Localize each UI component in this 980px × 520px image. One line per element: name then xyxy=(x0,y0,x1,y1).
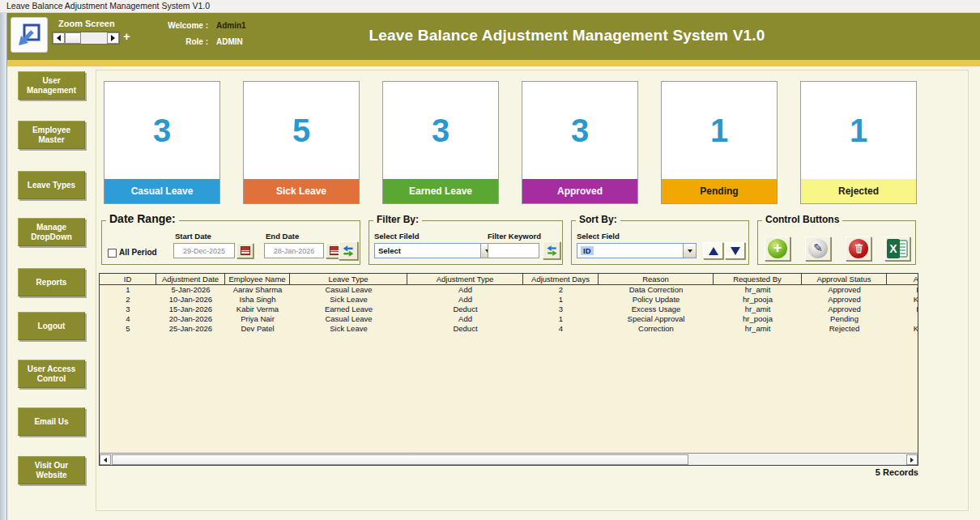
table-cell: 4 xyxy=(523,324,599,334)
table-row[interactable]: 210-Jan-2026Isha SinghSick LeaveAdd1Poli… xyxy=(100,295,918,305)
window-title: Leave Balance Adjustment Management Syst… xyxy=(6,1,210,11)
zoom-scroll-track[interactable] xyxy=(81,32,107,44)
stat-card-approved: 3Approved xyxy=(522,81,638,204)
table-cell: K xyxy=(887,324,918,334)
table-cell: Sick Leave xyxy=(290,295,407,305)
table-cell: Kabir Verma xyxy=(225,305,290,314)
header-accent-stripe xyxy=(0,60,980,66)
sort-field-value: ID xyxy=(581,246,594,255)
end-date-input[interactable] xyxy=(264,243,324,258)
right-arrow-icon xyxy=(910,458,914,462)
table-cell: Isha Singh xyxy=(225,295,290,305)
table-cell: 3 xyxy=(100,305,156,314)
zoom-scroll-right-button[interactable] xyxy=(107,32,119,44)
sidebar-item-label: Leave Types xyxy=(28,181,75,190)
sidebar-item-user-management[interactable]: User Management xyxy=(18,71,85,100)
scroll-left-button[interactable] xyxy=(100,454,111,465)
sort-field-label: Select Field xyxy=(577,232,620,241)
control-buttons-group: Control Buttons + ✎ xyxy=(757,220,916,265)
stat-card-label: Approved xyxy=(522,179,637,203)
table-cell: Approved xyxy=(802,285,887,295)
column-header-adjustment-date: Adjustment Date xyxy=(156,274,225,284)
add-record-button[interactable]: + xyxy=(765,237,790,261)
table-cell: I xyxy=(887,305,918,314)
date-range-legend: Date Range: xyxy=(106,212,179,225)
end-date-label: End Date xyxy=(266,232,299,241)
table-row[interactable]: 525-Jan-2026Dev PatelSick LeaveDeduct4Co… xyxy=(100,324,918,334)
role-value: ADMIN xyxy=(216,37,243,46)
all-period-checkbox[interactable] xyxy=(108,249,117,258)
table-cell: 5-Jan-2026 xyxy=(156,285,225,295)
table-cell: Add xyxy=(407,295,523,305)
table-cell: 2 xyxy=(523,285,599,295)
sidebar-item-label: Manage DropDown xyxy=(19,223,84,242)
table-row[interactable]: 420-Jan-2026Priya NairCasual LeaveAdd1Sp… xyxy=(100,314,918,324)
add-icon: + xyxy=(768,239,787,258)
table-header-row: IDAdjustment DateEmployee NameLeave Type… xyxy=(100,274,918,285)
table-cell: Dev Patel xyxy=(225,324,290,334)
table-cell: Add xyxy=(407,314,523,324)
table-cell: K xyxy=(887,295,918,305)
sidebar-item-logout[interactable]: Logout xyxy=(18,312,85,340)
right-arrow-icon xyxy=(111,35,115,41)
table-cell: Aarav Sharma xyxy=(225,285,290,295)
sort-descending-button[interactable] xyxy=(725,242,745,259)
sidebar-item-label: Visit Our Website xyxy=(19,461,84,480)
start-date-input[interactable] xyxy=(173,243,235,258)
table-cell: 4 xyxy=(100,314,156,324)
window-titlebar: Leave Balance Adjustment Management Syst… xyxy=(0,0,980,13)
dropdown-button[interactable] xyxy=(683,244,696,258)
zoom-scroll-thumb[interactable] xyxy=(65,32,81,44)
table-cell: Excess Usage xyxy=(599,305,714,314)
table-cell: hr_amit xyxy=(714,324,802,334)
stat-card-value: 1 xyxy=(662,82,777,179)
column-header-adjustment-days: Adjustment Days xyxy=(523,274,599,284)
chevron-down-icon xyxy=(688,249,692,253)
refresh-icon xyxy=(342,245,355,258)
edit-record-button[interactable]: ✎ xyxy=(805,237,831,261)
window-edge xyxy=(0,13,7,520)
sidebar-item-email-us[interactable]: Email Us xyxy=(18,407,85,436)
zoom-in-button[interactable]: + xyxy=(123,29,130,43)
sidebar-item-leave-types[interactable]: Leave Types xyxy=(18,171,85,199)
table-cell: hr_amit xyxy=(714,305,802,314)
stat-card-rejected: 1Rejected xyxy=(800,81,917,204)
sidebar-item-user-access-control[interactable]: User Access Control xyxy=(18,360,85,388)
sort-ascending-button[interactable] xyxy=(703,242,723,259)
table-horizontal-scrollbar[interactable] xyxy=(100,453,918,465)
start-date-label: Start Date xyxy=(175,232,211,241)
table-cell: 10-Jan-2026 xyxy=(156,295,225,305)
sidebar-item-visit-our-website[interactable]: Visit Our Website xyxy=(18,456,85,484)
start-date-calendar-button[interactable] xyxy=(236,243,254,258)
scroll-thumb[interactable] xyxy=(112,454,688,465)
sort-field-dropdown[interactable]: ID xyxy=(577,243,697,258)
table-cell: 25-Jan-2026 xyxy=(156,324,225,334)
stat-card-pending: 1Pending xyxy=(661,81,778,204)
table-cell: Sick Leave xyxy=(290,324,407,334)
delete-record-button[interactable] xyxy=(846,237,871,261)
table-row[interactable]: 315-Jan-2026Kabir VermaEarned LeaveDeduc… xyxy=(100,305,918,314)
stat-card-sick-leave: 5Sick Leave xyxy=(243,81,360,204)
filter-refresh-button[interactable] xyxy=(543,241,560,259)
table-cell: Policy Update xyxy=(599,295,714,305)
filter-keyword-input[interactable] xyxy=(488,243,539,258)
zoom-out-button[interactable]: - xyxy=(40,29,45,43)
column-header-a: A xyxy=(887,274,918,284)
stat-card-label: Sick Leave xyxy=(244,179,359,203)
table-row[interactable]: 15-Jan-2026Aarav SharmaCasual LeaveAdd2D… xyxy=(100,285,918,295)
table-cell: Approved xyxy=(802,305,887,314)
zoom-scroll-left-button[interactable] xyxy=(53,32,65,44)
table-cell: 1 xyxy=(100,285,156,295)
export-excel-button[interactable]: X xyxy=(884,237,910,261)
table-cell: hr_pooja xyxy=(714,314,802,324)
stat-card-label: Casual Leave xyxy=(104,179,219,203)
welcome-label: Welcome : xyxy=(156,21,208,30)
column-header-leave-type: Leave Type xyxy=(290,274,407,284)
sidebar-item-employee-master[interactable]: Employee Master xyxy=(18,121,85,149)
zoom-scrollbar[interactable] xyxy=(52,32,120,45)
scroll-right-button[interactable] xyxy=(906,454,918,465)
sidebar-item-manage-dropdown[interactable]: Manage DropDown xyxy=(18,218,85,246)
filter-field-dropdown[interactable]: Select xyxy=(374,243,494,258)
sidebar-item-reports[interactable]: Reports xyxy=(18,268,85,296)
date-range-refresh-button[interactable] xyxy=(339,241,358,260)
